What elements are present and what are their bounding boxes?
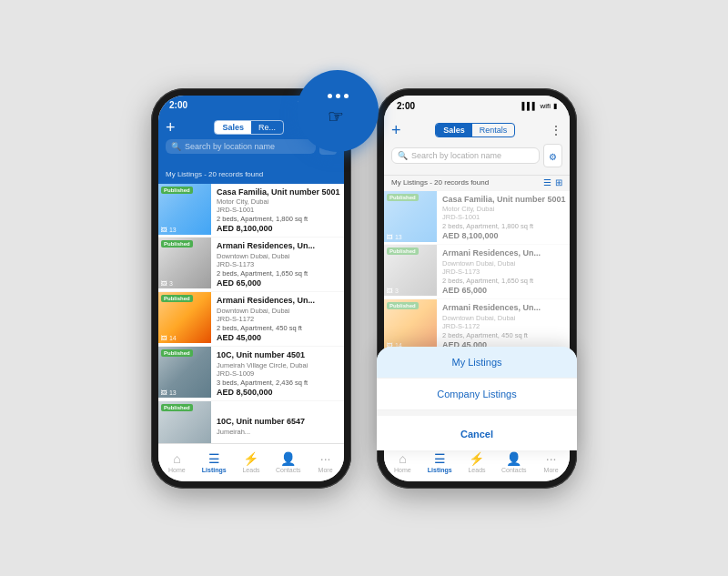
- right-status-bar: 2:00 ▌▌▌ wifi ▮: [384, 96, 570, 117]
- right-filter-icon: ⚙: [549, 152, 557, 162]
- nav-item-home[interactable]: ⌂ Home: [158, 444, 196, 481]
- left-tab-sales[interactable]: Sales: [215, 121, 251, 134]
- listing-details: 2 beds, Apartment, 1,800 sq ft: [217, 215, 340, 223]
- left-search-placeholder: Search by location name: [185, 142, 275, 151]
- listing-location: Motor City, Dubai: [217, 197, 340, 206]
- listing-info: Casa Familia, Unit number 5001 Motor Cit…: [437, 191, 570, 245]
- photo-count: 🖼 3: [387, 288, 399, 294]
- listing-location: Downtown Dubai, Dubai: [442, 259, 564, 268]
- listing-ref: JRD-S-1001: [217, 206, 340, 214]
- nav-item-contacts[interactable]: 👤 Contacts: [269, 444, 307, 481]
- nav-icon: ⚡: [243, 451, 258, 466]
- right-add-button[interactable]: +: [391, 121, 401, 140]
- nav-label: More: [544, 467, 559, 473]
- published-badge: Published: [161, 349, 193, 357]
- sheet-item-company-listings[interactable]: Company Listings: [384, 379, 570, 410]
- photo-count: 🖼 13: [387, 234, 402, 240]
- nav-icon: ⌂: [399, 451, 406, 466]
- right-tab-rentals[interactable]: Rentals: [472, 124, 515, 136]
- sheet-item-label: Company Listings: [437, 389, 516, 399]
- listing-title: Casa Familia, Unit number 5001: [217, 187, 340, 197]
- listing-location: Motor City, Dubai: [442, 205, 566, 213]
- listing-item[interactable]: Published 🖼 13 10C, Unit number 4501 Jum…: [158, 347, 344, 400]
- photo-count: 🖼 3: [161, 280, 173, 287]
- right-search-box[interactable]: 🔍 Search by location name: [391, 147, 540, 164]
- listing-item[interactable]: Published 10C, Unit number 6547 Jumeirah…: [158, 401, 344, 443]
- listing-info: 10C, Unit number 4501 Jumeirah Village C…: [211, 347, 344, 400]
- left-search-box[interactable]: 🔍 Search by location name: [166, 139, 316, 154]
- left-listings-container: Published 🖼 13 Casa Familia, Unit number…: [158, 184, 344, 443]
- right-search-icon: 🔍: [398, 151, 408, 160]
- listing-title: Armani Residences, Un...: [217, 241, 339, 251]
- listing-item[interactable]: Published 🖼 13 Casa Familia, Unit number…: [384, 191, 570, 245]
- photo-count: 🖼 13: [161, 389, 177, 396]
- listing-price: AED 65,000: [217, 278, 339, 288]
- nav-icon: ⚡: [469, 451, 484, 466]
- left-status-time: 2:00: [169, 100, 187, 110]
- dot1: [328, 94, 332, 98]
- listing-thumb: Published 🖼 14: [384, 299, 437, 350]
- left-tab-group: Sales Re...: [214, 120, 284, 135]
- left-add-button[interactable]: +: [166, 119, 176, 136]
- listing-ref: JRD-S-1009: [217, 369, 339, 378]
- listing-info: Armani Residences, Un... Downtown Dubai,…: [211, 237, 344, 291]
- right-status-time: 2:00: [397, 101, 415, 111]
- nav-item-listings[interactable]: ☰ Listings: [196, 444, 233, 481]
- right-records-bar: My Listings - 20 records found ☰ ⊞: [384, 176, 570, 191]
- dots-display: [328, 94, 349, 98]
- nav-label: Home: [394, 467, 411, 473]
- right-signal-icon: ▌▌▌: [521, 102, 537, 110]
- left-phone: ☞ 2:00 ▌▌▌ wifi ▮ + Sales Re...: [151, 88, 351, 489]
- right-battery-icon: ▮: [553, 102, 557, 110]
- main-scene: ☞ 2:00 ▌▌▌ wifi ▮ + Sales Re...: [0, 0, 728, 576]
- listing-location: Downtown Dubai, Dubai: [217, 252, 339, 260]
- listing-thumb: Published 🖼 13: [158, 347, 211, 398]
- sheet-cancel-button[interactable]: Cancel: [384, 416, 570, 450]
- nav-item-more[interactable]: ··· More: [307, 444, 344, 481]
- bottom-sheet: My ListingsCompany ListingsCancel: [384, 347, 570, 450]
- listing-thumb: Published 🖼 3: [158, 237, 211, 288]
- listing-title: Armani Residences, Un...: [442, 248, 564, 258]
- left-tab-rentals[interactable]: Re...: [251, 121, 283, 134]
- nav-label: Contacts: [276, 467, 301, 473]
- listing-price: AED 8,500,000: [217, 388, 339, 397]
- right-app-header: + Sales Rentals ⋮ 🔍 Search by location n…: [384, 117, 570, 176]
- right-view-icons: ☰ ⊞: [543, 177, 562, 187]
- listing-thumb: Published 🖼 13: [384, 191, 437, 242]
- listing-item[interactable]: Published 🖼 3 Armani Residences, Un... D…: [158, 237, 344, 291]
- listing-details: 2 beds, Apartment, 1,650 sq ft: [442, 277, 564, 285]
- nav-label: Leads: [468, 467, 485, 473]
- nav-item-leads[interactable]: ⚡ Leads: [233, 444, 270, 481]
- right-records-text: My Listings - 20 records found: [391, 178, 489, 187]
- published-badge: Published: [387, 248, 419, 255]
- dot3: [344, 94, 349, 98]
- cursor-hand: ☞: [328, 106, 344, 127]
- right-status-icons: ▌▌▌ wifi ▮: [521, 102, 557, 110]
- nav-label: Leads: [242, 467, 259, 473]
- listing-item[interactable]: Published 🖼 14 Armani Residences, Un... …: [384, 299, 570, 353]
- left-phone-screen: 2:00 ▌▌▌ wifi ▮ + Sales Re... ⋮: [158, 96, 344, 481]
- nav-label: Home: [168, 467, 186, 473]
- photo-count: 🖼 13: [161, 227, 177, 233]
- sheet-cancel-label: Cancel: [460, 429, 493, 440]
- sheet-item-my-listings[interactable]: My Listings: [384, 347, 570, 379]
- listing-ref: JRD-S-1173: [217, 260, 339, 268]
- listing-item[interactable]: Published 🖼 3 Armani Residences, Un... D…: [384, 245, 570, 298]
- listing-item[interactable]: Published 🖼 13 Casa Familia, Unit number…: [158, 184, 344, 237]
- dot2: [336, 94, 340, 98]
- listing-title: 10C, Unit number 6547: [217, 417, 339, 427]
- published-badge: Published: [161, 404, 193, 411]
- listing-info: Armani Residences, Un... Downtown Dubai,…: [437, 245, 570, 298]
- right-more-button[interactable]: ⋮: [550, 123, 562, 137]
- nav-icon: ☰: [434, 451, 446, 466]
- right-tab-sales[interactable]: Sales: [436, 124, 472, 136]
- listing-details: 2 beds, Apartment, 450 sq ft: [217, 324, 339, 332]
- listing-thumb: Published 🖼 3: [384, 245, 437, 296]
- right-list-view-icon[interactable]: ☰: [543, 177, 551, 187]
- listing-location: Downtown Dubai, Dubai: [217, 307, 339, 315]
- right-filter-button[interactable]: ⚙: [543, 144, 562, 167]
- sheet-item-label: My Listings: [451, 357, 501, 368]
- listing-details: 2 beds, Apartment, 1,650 sq ft: [217, 269, 339, 278]
- listing-item[interactable]: Published 🖼 14 Armani Residences, Un... …: [158, 292, 344, 346]
- right-grid-view-icon[interactable]: ⊞: [555, 177, 562, 187]
